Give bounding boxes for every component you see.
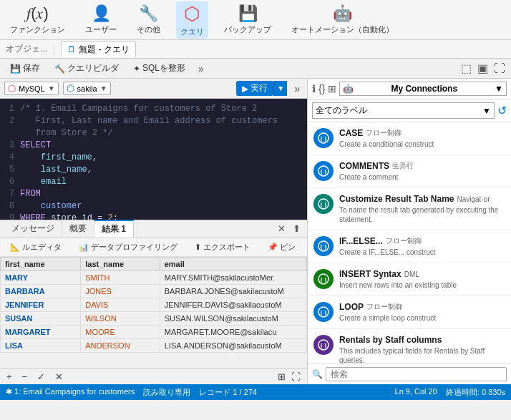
expand-grid-icon[interactable]: ⛶ (289, 371, 303, 383)
toolbar-user-label: ユーザー (85, 24, 117, 35)
snippet-icon-case: { } (313, 128, 334, 148)
snippet-ifelse[interactable]: { }IF...ELSE...フロー制御Create a IF...ELSE..… (308, 230, 511, 263)
read-only-label: 読み取り専用 (143, 387, 190, 398)
cancel-edit-button[interactable]: ✕ (53, 371, 65, 383)
grid-view-icon2[interactable]: ⊞ (328, 83, 336, 94)
table-row[interactable]: JENNIFERDAVISJENNIFER.DAVIS@sakilacustoM (1, 298, 307, 311)
run-dropdown-button[interactable]: ▼ (273, 81, 287, 96)
cell-0-1[interactable]: SMITH (81, 270, 160, 284)
tab-results[interactable]: 結果 1 (94, 220, 134, 238)
cell-5-0[interactable]: LISA (1, 338, 81, 352)
backup-icon: 💾 (238, 4, 258, 23)
code-line-6: 5 last_name, (0, 164, 307, 176)
close-panel-icon[interactable]: ✕ (276, 223, 288, 235)
grid-tab-editor[interactable]: 📐 ルエディタ (4, 240, 67, 254)
code-line-8: 7 FROM (0, 188, 307, 200)
schema-select[interactable]: ⬡ sakila ▼ (63, 82, 111, 95)
grid-tab-export[interactable]: ⬆ エクスポート (189, 240, 256, 254)
cell-3-1[interactable]: WILSON (81, 311, 160, 325)
split-vertical-icon[interactable]: ▣ (477, 62, 488, 75)
tab-summary[interactable]: 概要 (62, 220, 94, 237)
cell-4-2[interactable]: MARGARET.MOORE@sakilacu (160, 325, 306, 338)
svg-text:{ }: { } (320, 342, 327, 349)
refresh-icon[interactable]: ↺ (497, 104, 507, 117)
snippet-insert[interactable]: { }INSERT SyntaxDMLInsert new rows into … (308, 263, 511, 296)
table-row[interactable]: MARGARETMOOREMARGARET.MOORE@sakilacu (1, 325, 307, 338)
connection-select[interactable]: 🤖 My Connections ▼ (339, 82, 507, 96)
grid-toolbar: 📐 ルエディタ 📊 データプロファイリング ⬆ エクスポート 📌 ピン (0, 238, 307, 257)
table-row[interactable]: LISAANDERSONLISA.ANDERSON@sakilacustoM (1, 338, 307, 352)
cell-2-0[interactable]: JENNIFER (1, 298, 81, 311)
toolbar-backup[interactable]: 💾 バックアップ (220, 3, 276, 36)
run-button[interactable]: ▶ 実行 (236, 81, 273, 96)
grid-tab-profiling[interactable]: 📊 データプロファイリング (73, 240, 183, 254)
split-horizontal-icon[interactable]: ⬚ (461, 62, 472, 75)
left-panel: ⬡ MySQL ▼ ⬡ sakila ▼ ▶ 実行 ▼ » 1 (0, 79, 308, 384)
db-bar-more[interactable]: » (291, 83, 303, 94)
cursor-position: Ln 9, Col 20 (395, 387, 437, 398)
snippet-loop[interactable]: { }LOOPフロー制御Create a simple loop constru… (308, 296, 511, 329)
code-editor[interactable]: 1 /* 1. Email Campaigns for customers of… (0, 99, 307, 220)
toolbar-fx[interactable]: 𝑓(𝑥) ファンクション (6, 3, 69, 36)
query-toolbar-more[interactable]: » (195, 63, 207, 74)
toolbar-fx-label: ファンクション (10, 24, 65, 35)
snippet-icon-customize: { } (313, 194, 334, 214)
cell-4-1[interactable]: MOORE (81, 325, 160, 338)
toolbar-automation[interactable]: 🤖 オートメーション（自動化） (287, 3, 398, 36)
toolbar-user[interactable]: 👤 ユーザー (81, 3, 121, 36)
format-sql-button[interactable]: ✦ SQLを整形 (129, 61, 190, 76)
cell-1-0[interactable]: BARBARA (1, 284, 81, 298)
schema-arrow: ▼ (100, 84, 107, 92)
cell-2-1[interactable]: DAVIS (81, 298, 160, 311)
toolbar-query[interactable]: ⬡ クエリ (176, 1, 208, 39)
cell-3-2[interactable]: SUSAN.WILSON@sakilacustoM (160, 311, 306, 325)
cell-3-0[interactable]: SUSAN (1, 311, 81, 325)
data-grid[interactable]: first_name last_name email MARYSMITHMARY… (0, 257, 307, 369)
label-text: 全てのラベル (316, 104, 367, 117)
table-row[interactable]: MARYSMITHMARY.SMITH@sakilacustoMer. (1, 270, 307, 284)
save-button[interactable]: 💾 保存 (6, 61, 44, 76)
snippet-customize[interactable]: { }Customize Result Tab NameNavigat-orTo… (308, 188, 511, 230)
add-row-button[interactable]: + (4, 371, 14, 383)
tab-messages[interactable]: メッセージ (4, 220, 62, 237)
maximize-panel-icon[interactable]: ⬆ (291, 223, 303, 235)
label-arrow: ▼ (482, 106, 491, 116)
col-header-lastname[interactable]: last_name (81, 257, 160, 270)
snippet-case[interactable]: { }CASEフロー制御Create a conditional constru… (308, 122, 511, 155)
cell-5-2[interactable]: LISA.ANDERSON@sakilacustoM (160, 338, 306, 352)
snippet-rentals[interactable]: { }Rentals by Staff columnsThis includes… (308, 329, 511, 363)
cell-4-0[interactable]: MARGARET (1, 325, 81, 338)
cell-1-1[interactable]: JONES (81, 284, 160, 298)
db-type-select[interactable]: ⬡ MySQL ▼ (4, 82, 59, 95)
snippet-icon-comments: { } (313, 161, 334, 181)
cell-1-2[interactable]: BARBARA.JONES@sakilacustoM (160, 284, 306, 298)
col-header-email[interactable]: email (160, 257, 306, 270)
table-row[interactable]: SUSANWILSONSUSAN.WILSON@sakilacustoM (1, 311, 307, 325)
db-bar: ⬡ MySQL ▼ ⬡ sakila ▼ ▶ 実行 ▼ » (0, 79, 307, 99)
expand-icon[interactable]: ⛶ (494, 62, 505, 75)
code-line-4: 3 SELECT (0, 140, 307, 152)
bottom-tabs: メッセージ 概要 結果 1 ✕ ⬆ (0, 220, 307, 238)
cell-0-2[interactable]: MARY.SMITH@sakilacustoMer. (160, 270, 306, 284)
cell-2-2[interactable]: JENNIFER.DAVIS@sakilacustoM (160, 298, 306, 311)
schema-icon: ⬡ (67, 83, 74, 94)
snippet-desc-comments: Create a comment (339, 172, 505, 182)
grid-view-icon[interactable]: ⊞ (276, 371, 288, 383)
cell-0-0[interactable]: MARY (1, 270, 81, 284)
conn-title: My Connections (391, 84, 457, 94)
grid-tab-pin[interactable]: 📌 ピン (262, 240, 301, 254)
confirm-edit-button[interactable]: ✓ (35, 371, 47, 383)
snippet-comments[interactable]: { }COMMENTS生弄行Create a comment (308, 155, 511, 188)
table-row[interactable]: BARBARAJONESBARBARA.JONES@sakilacustoM (1, 284, 307, 298)
active-tab[interactable]: 🗒 無題 - クエリ (61, 41, 136, 57)
remove-row-button[interactable]: − (20, 371, 30, 383)
toolbar-tools[interactable]: 🔧 その他 (132, 3, 165, 36)
label-select[interactable]: 全てのラベル ▼ (312, 102, 495, 119)
cell-5-1[interactable]: ANDERSON (81, 338, 160, 352)
query-builder-button[interactable]: 🔨 クエリビルダ (50, 61, 123, 76)
snippet-title-ifelse: IF...ELSE...フロー制御 (339, 236, 505, 246)
col-header-firstname[interactable]: first_name (1, 257, 81, 270)
search-input[interactable] (326, 367, 507, 381)
info-icon[interactable]: ℹ (312, 83, 316, 94)
brackets-icon[interactable]: {} (318, 83, 325, 94)
